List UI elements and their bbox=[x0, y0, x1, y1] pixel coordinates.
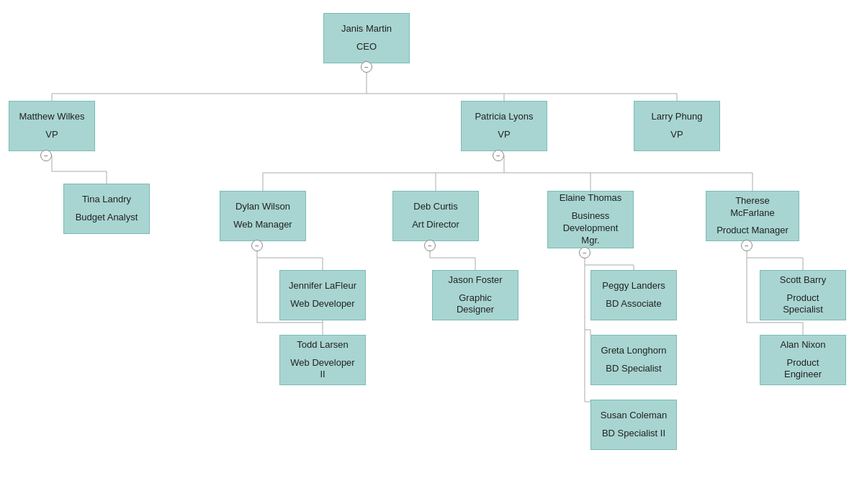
node-alan-title: Product Engineer bbox=[768, 357, 838, 382]
node-tina-name: Tina Landry bbox=[82, 194, 131, 206]
collapse-matthew[interactable]: − bbox=[40, 150, 52, 161]
node-susan-title: BD Specialist II bbox=[602, 428, 665, 440]
node-scott-name: Scott Barry bbox=[780, 274, 826, 287]
node-jason: Jason Foster Graphic Designer bbox=[432, 270, 518, 320]
node-tina: Tina Landry Budget Analyst bbox=[63, 184, 150, 234]
node-matthew-name: Matthew Wilkes bbox=[19, 111, 84, 123]
collapse-dylan[interactable]: − bbox=[251, 240, 263, 251]
node-jennifer: Jennifer LaFleur Web Developer bbox=[279, 270, 366, 320]
node-matthew: Matthew Wilkes VP bbox=[9, 101, 95, 151]
node-peggy-title: BD Associate bbox=[606, 298, 661, 310]
node-elaine-name: Elaine Thomas bbox=[560, 192, 621, 204]
node-susan: Susan Coleman BD Specialist II bbox=[590, 400, 677, 450]
node-janis-title: CEO bbox=[356, 41, 377, 53]
collapse-janis[interactable]: − bbox=[361, 61, 372, 73]
collapse-elaine[interactable]: − bbox=[579, 247, 590, 258]
node-todd: Todd Larsen Web Developer II bbox=[279, 335, 366, 385]
node-therese: Therese McFarlane Product Manager bbox=[706, 191, 799, 241]
node-larry: Larry Phung VP bbox=[634, 101, 720, 151]
node-todd-name: Todd Larsen bbox=[297, 339, 349, 351]
org-chart: Janis Martin CEO Matthew Wilkes VP Patri… bbox=[0, 0, 867, 504]
node-deb-name: Deb Curtis bbox=[413, 201, 457, 213]
node-greta: Greta Longhorn BD Specialist bbox=[590, 335, 677, 385]
collapse-patricia[interactable]: − bbox=[493, 150, 504, 161]
node-therese-name: Therese McFarlane bbox=[714, 195, 791, 220]
node-deb-title: Art Director bbox=[412, 219, 459, 231]
node-patricia: Patricia Lyons VP bbox=[461, 101, 547, 151]
node-matthew-title: VP bbox=[45, 129, 58, 141]
node-dylan: Dylan Wilson Web Manager bbox=[220, 191, 306, 241]
node-larry-name: Larry Phung bbox=[652, 111, 703, 123]
node-patricia-name: Patricia Lyons bbox=[475, 111, 533, 123]
node-todd-title: Web Developer II bbox=[287, 357, 358, 382]
connector-lines bbox=[0, 0, 867, 504]
node-scott-title: Product Specialist bbox=[768, 292, 838, 317]
collapse-deb[interactable]: − bbox=[424, 240, 436, 251]
node-peggy: Peggy Landers BD Associate bbox=[590, 270, 677, 320]
node-scott: Scott Barry Product Specialist bbox=[760, 270, 846, 320]
node-alan: Alan Nixon Product Engineer bbox=[760, 335, 846, 385]
node-jennifer-name: Jennifer LaFleur bbox=[289, 280, 356, 292]
node-dylan-name: Dylan Wilson bbox=[235, 201, 290, 213]
node-elaine: Elaine Thomas BusinessDevelopment Mgr. bbox=[547, 191, 634, 248]
node-tina-title: Budget Analyst bbox=[76, 212, 138, 224]
collapse-therese[interactable]: − bbox=[741, 240, 753, 251]
node-jason-name: Jason Foster bbox=[448, 274, 502, 287]
node-greta-name: Greta Longhorn bbox=[601, 345, 666, 357]
node-larry-title: VP bbox=[670, 129, 683, 141]
node-janis: Janis Martin CEO bbox=[323, 13, 410, 63]
node-susan-name: Susan Coleman bbox=[601, 410, 668, 422]
node-patricia-title: VP bbox=[498, 129, 510, 141]
node-peggy-name: Peggy Landers bbox=[602, 280, 665, 292]
node-deb: Deb Curtis Art Director bbox=[392, 191, 479, 241]
node-greta-title: BD Specialist bbox=[606, 363, 661, 375]
node-janis-name: Janis Martin bbox=[341, 23, 392, 35]
node-elaine-title: BusinessDevelopment Mgr. bbox=[555, 210, 626, 247]
node-therese-title: Product Manager bbox=[716, 225, 789, 237]
node-jason-title: Graphic Designer bbox=[440, 292, 511, 317]
node-jennifer-title: Web Developer bbox=[290, 298, 354, 310]
node-dylan-title: Web Manager bbox=[233, 219, 292, 231]
node-alan-name: Alan Nixon bbox=[781, 339, 826, 351]
